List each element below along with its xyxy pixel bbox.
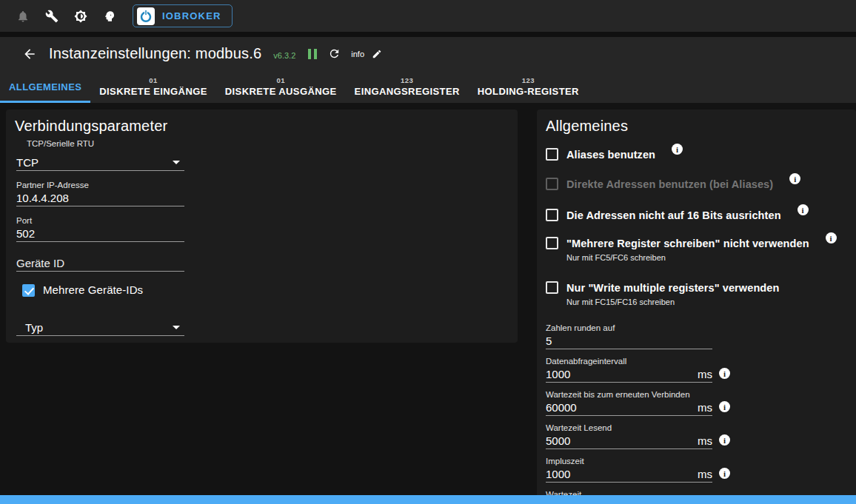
- tab-holding-register[interactable]: 123 HOLDING-REGISTER: [469, 70, 588, 103]
- direct-addresses-row: Direkte Adressen benutzen (bei Aliases) …: [546, 178, 847, 191]
- iobroker-logo-icon: [137, 7, 155, 25]
- settings-tabbar: ALLGEMEINES 01 DISKRETE EINGÄNGE 01 DISK…: [0, 70, 856, 103]
- edit-pencil-icon[interactable]: [372, 49, 382, 59]
- tab-count-badge: 123: [401, 76, 413, 84]
- instance-header: Instanzeinstellungen: modbus.6 v6.3.2 in…: [0, 37, 856, 103]
- info-icon[interactable]: i: [719, 368, 730, 379]
- tab-eingangsregister[interactable]: 123 EINGANGSREGISTER: [346, 70, 469, 103]
- multiple-device-ids-checkbox[interactable]: [22, 284, 35, 297]
- no-align-16bit-checkbox[interactable]: [546, 209, 558, 221]
- panel-title: Allgemeines: [546, 117, 847, 135]
- panel-title: Verbindungsparameter: [15, 117, 509, 135]
- device-id-field[interactable]: Geräte ID: [16, 255, 184, 272]
- page-title: Instanzeinstellungen: modbus.6: [49, 45, 261, 62]
- only-write-multiple-checkbox[interactable]: [546, 281, 558, 294]
- info-icon[interactable]: i: [789, 173, 800, 184]
- no-align-16bit-row: Die Adressen nicht auf 16 Bits ausrichte…: [546, 209, 847, 222]
- connection-type-label: TCP/Serielle RTU: [27, 138, 509, 149]
- chevron-down-icon: [173, 161, 180, 164]
- chevron-down-icon: [173, 326, 180, 329]
- info-icon[interactable]: i: [826, 232, 837, 243]
- round-numbers-field[interactable]: Zahlen runden auf 5: [546, 323, 712, 349]
- app-topbar: IOBROKER: [0, 0, 856, 32]
- read-timeout-field[interactable]: Wartezeit Lesend 5000 ms i: [546, 423, 712, 449]
- general-settings-panel: Allgemeines Aliases benutzen i Direkte A…: [537, 110, 856, 504]
- info-link[interactable]: info: [351, 50, 364, 58]
- horizontal-scrollbar[interactable]: [0, 495, 856, 504]
- aliases-row: Aliases benutzen i: [546, 148, 847, 161]
- info-icon[interactable]: i: [719, 468, 730, 479]
- tab-diskrete-eingaenge[interactable]: 01 DISKRETE EINGÄNGE: [90, 70, 215, 103]
- no-write-multiple-row: "Mehrere Register schreiben" nicht verwe…: [546, 237, 847, 262]
- only-write-multiple-row: Nur "Write multiple registers" verwenden…: [546, 281, 847, 306]
- settings-content: Verbindungsparameter TCP/Serielle RTU TC…: [0, 103, 856, 504]
- aliases-checkbox[interactable]: [546, 148, 558, 161]
- expert-mode-icon[interactable]: [102, 9, 117, 24]
- refresh-icon[interactable]: [328, 47, 341, 60]
- connection-parameters-panel: Verbindungsparameter TCP/Serielle RTU TC…: [6, 110, 518, 343]
- no-write-multiple-checkbox[interactable]: [546, 237, 558, 249]
- back-arrow-icon[interactable]: [22, 46, 39, 62]
- pause-button[interactable]: [308, 49, 317, 59]
- poll-interval-field[interactable]: Datenabfrageintervall 1000 ms i: [546, 356, 712, 383]
- iobroker-brand-button[interactable]: IOBROKER: [133, 4, 233, 27]
- reconnect-wait-field[interactable]: Wartezeit bis zum erneuten Verbinden 600…: [546, 389, 712, 416]
- tab-count-badge: 01: [276, 76, 285, 84]
- tab-diskrete-ausgaenge[interactable]: 01 DISKRETE AUSGÄNGE: [216, 70, 346, 103]
- typ-select[interactable]: Typ: [16, 319, 184, 336]
- connection-type-select[interactable]: TCP: [16, 154, 184, 171]
- info-icon[interactable]: i: [719, 434, 730, 446]
- wrench-icon[interactable]: [44, 9, 59, 24]
- port-field[interactable]: Port 502: [16, 215, 184, 242]
- version-badge: v6.3.2: [273, 51, 295, 60]
- topbar-shadow-divider: [0, 32, 856, 37]
- info-icon[interactable]: i: [798, 204, 809, 215]
- info-icon[interactable]: i: [672, 144, 683, 155]
- tab-count-badge: 123: [522, 76, 535, 84]
- multiple-device-ids-row: Mehrere Geräte-IDs: [22, 283, 509, 297]
- brand-label: IOBROKER: [162, 10, 221, 21]
- tab-allgemeines[interactable]: ALLGEMEINES: [0, 70, 90, 103]
- notifications-bell-icon[interactable]: [16, 9, 30, 24]
- theme-brightness-icon[interactable]: [73, 9, 88, 24]
- direct-addresses-checkbox[interactable]: [546, 178, 558, 190]
- partner-ip-field[interactable]: Partner IP-Adresse 10.4.4.208: [16, 180, 184, 206]
- tab-count-badge: 01: [149, 76, 158, 84]
- pulse-time-field[interactable]: Impluszeit 1000 ms i: [546, 456, 712, 483]
- info-icon[interactable]: i: [719, 401, 730, 412]
